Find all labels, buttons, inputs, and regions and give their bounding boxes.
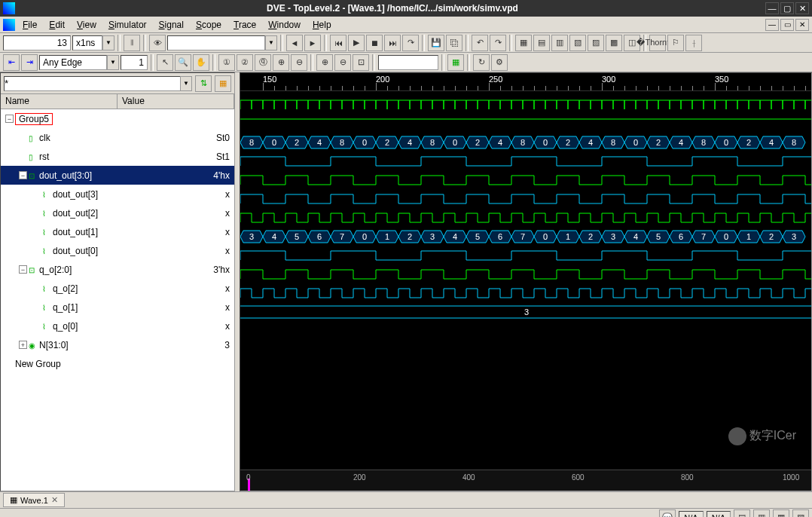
tree-toggle-icon[interactable]: − [5, 115, 14, 123]
status-icon-1[interactable]: ▤ [734, 509, 750, 518]
save-icon[interactable]: 💾 [428, 35, 444, 51]
pointer-icon[interactable]: ↖ [157, 54, 173, 71]
copy-icon[interactable]: ⿻ [446, 35, 462, 51]
waveform-panel[interactable]: 150200250300350 802480248024802480248024… [240, 72, 812, 491]
search-dropdown-icon[interactable]: ▼ [265, 35, 277, 50]
nav-fwd-icon[interactable]: ► [304, 35, 321, 51]
signal-row[interactable]: ⌇q_o[2]x [1, 279, 234, 298]
zoom-out-icon[interactable]: ⊖ [334, 54, 351, 71]
measure-icon[interactable]: ⟊ [685, 35, 702, 51]
menu-help[interactable]: Help [307, 18, 337, 32]
wave-tab[interactable]: ▦ Wave.1 ✕ [3, 493, 65, 507]
maximize-button[interactable]: ▢ [780, 2, 794, 14]
marker-icon[interactable]: ⚐ [667, 35, 684, 51]
time-value-input[interactable] [3, 35, 71, 50]
goto-input[interactable] [378, 55, 438, 70]
step-icon[interactable]: ⏭ [384, 35, 401, 51]
signal-row[interactable]: −⊡q_o[2:0]3'hx [1, 260, 234, 279]
menu-trace[interactable]: Trace [227, 18, 262, 32]
signal-row[interactable]: ⌇dout_out[3]x [1, 185, 234, 203]
time-unit-input[interactable] [72, 35, 102, 50]
zoom-icon[interactable]: 🔍 [175, 54, 191, 71]
signal-row[interactable]: ⌇dout_out[0]x [1, 241, 234, 260]
binoculars-icon[interactable]: 👁 [149, 35, 166, 51]
waveform-area[interactable]: 8024802480248024802480248345670123456701… [240, 91, 811, 470]
value-column-header[interactable]: Value [118, 94, 234, 109]
step-over-icon[interactable]: ↷ [402, 35, 419, 51]
signal-row[interactable]: ⌇q_o[0]x [1, 317, 234, 335]
expand-signals-icon[interactable]: ⇅ [195, 75, 212, 92]
filter-input[interactable] [4, 76, 180, 91]
overview-ruler[interactable]: 02004006008001000 [240, 470, 811, 491]
undo-icon[interactable]: ↶ [472, 35, 488, 51]
status-chat-icon[interactable]: 💬 [659, 509, 676, 518]
name-column-header[interactable]: Name [1, 94, 118, 109]
marker-r-icon[interactable]: ⊖ [291, 54, 307, 71]
status-icon-4[interactable]: ▧ [792, 509, 809, 518]
marker2-icon[interactable]: ② [237, 54, 253, 71]
hand-icon[interactable]: ✋ [193, 54, 209, 71]
prev-edge-icon[interactable]: ⇤ [3, 54, 20, 71]
signal-row[interactable]: +◉N[31:0]3 [1, 335, 234, 354]
marker-t-icon[interactable]: ⊕ [273, 54, 289, 71]
filter-dropdown-icon[interactable]: ▼ [180, 76, 192, 91]
panel3-icon[interactable]: ▥ [551, 35, 568, 51]
panel1-icon[interactable]: ▦ [515, 35, 532, 51]
minimize-button[interactable]: — [765, 2, 779, 14]
status-icon-2[interactable]: ▥ [753, 509, 770, 518]
refresh-icon[interactable]: ↻ [473, 54, 490, 71]
grid-icon[interactable]: ▦ [447, 54, 464, 71]
signal-row[interactable]: ⌇q_o[1]x [1, 298, 234, 317]
panel4-icon[interactable]: ▧ [569, 35, 586, 51]
time-unit-dropdown-icon[interactable]: ▼ [102, 35, 114, 50]
signal-row[interactable]: −Group5 [1, 109, 234, 128]
link-icon[interactable]: �Thornton [649, 35, 666, 51]
collapse-signals-icon[interactable]: ▦ [215, 75, 231, 92]
mdi-minimize-icon[interactable]: — [765, 19, 779, 31]
status-icon-3[interactable]: ▦ [773, 509, 789, 518]
close-button[interactable]: ✕ [795, 2, 809, 14]
menu-window[interactable]: Window [262, 18, 307, 32]
svg-text:5: 5 [656, 232, 661, 241]
edge-count-input[interactable] [121, 55, 148, 70]
signal-tree[interactable]: −Group5▯clkSt0▯rstSt1−⊡dout_out[3:0]4'hx… [1, 109, 234, 491]
tree-toggle-icon[interactable]: − [19, 265, 27, 274]
mdi-restore-icon[interactable]: ▭ [780, 19, 794, 31]
signal-row[interactable]: ▯rstSt1 [1, 147, 234, 166]
mdi-close-icon[interactable]: ✕ [795, 19, 809, 31]
menu-scope[interactable]: Scope [190, 18, 227, 32]
signal-row[interactable]: ▯clkSt0 [1, 128, 234, 147]
nav-back-icon[interactable]: ◄ [286, 35, 303, 51]
next-edge-icon[interactable]: ⇥ [21, 54, 38, 71]
panel5-icon[interactable]: ▨ [588, 35, 604, 51]
marker-q-icon[interactable]: ⓠ [255, 54, 271, 71]
menu-signal[interactable]: Signal [153, 18, 190, 32]
signal-row[interactable]: ⌇dout_out[1]x [1, 222, 234, 241]
edge-mode-input[interactable] [39, 55, 107, 70]
signal-row[interactable]: −⊡dout_out[3:0]4'hx [1, 166, 234, 185]
panel6-icon[interactable]: ▩ [606, 35, 622, 51]
settings-icon[interactable]: ⚙ [491, 54, 508, 71]
time-ruler[interactable]: 150200250300350 [240, 73, 811, 91]
menu-edit[interactable]: Edit [43, 18, 71, 32]
signal-row[interactable]: New Group [1, 354, 234, 373]
signal-row[interactable]: ⌇dout_out[2]x [1, 203, 234, 222]
svg-text:0: 0 [543, 232, 548, 241]
tree-toggle-icon[interactable]: + [19, 341, 27, 349]
panel2-icon[interactable]: ▤ [533, 35, 550, 51]
play-icon[interactable]: ▶ [348, 35, 365, 51]
search-input[interactable] [167, 35, 265, 50]
columns-icon[interactable]: ⦀ [124, 35, 140, 51]
stop-icon[interactable]: ⏹ [366, 35, 383, 51]
play-start-icon[interactable]: ⏮ [330, 35, 346, 51]
tree-toggle-icon[interactable]: − [19, 171, 27, 179]
zoom-fit-icon[interactable]: ⊡ [353, 54, 369, 71]
edge-mode-dropdown-icon[interactable]: ▼ [107, 55, 119, 70]
menu-file[interactable]: File [17, 18, 43, 32]
menu-simulator[interactable]: Simulator [102, 18, 153, 32]
marker1-icon[interactable]: ① [218, 54, 235, 71]
zoom-in-icon[interactable]: ⊕ [316, 54, 333, 71]
tab-close-icon[interactable]: ✕ [51, 495, 58, 505]
menu-view[interactable]: View [71, 18, 102, 32]
redo-icon[interactable]: ↷ [490, 35, 506, 51]
